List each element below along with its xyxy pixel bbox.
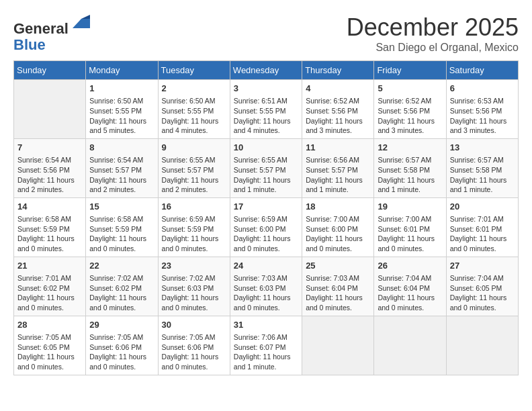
cell-info: Sunrise: 6:53 AMSunset: 5:56 PMDaylight:… <box>450 96 515 136</box>
calendar-cell: 20Sunrise: 7:01 AMSunset: 6:01 PMDayligh… <box>446 197 518 257</box>
cell-info: Sunrise: 6:57 AMSunset: 5:58 PMDaylight:… <box>378 155 442 195</box>
day-number: 8 <box>89 142 154 154</box>
calendar-cell: 21Sunrise: 7:01 AMSunset: 6:02 PMDayligh… <box>14 257 86 316</box>
cell-info: Sunrise: 6:52 AMSunset: 5:56 PMDaylight:… <box>378 96 442 136</box>
cell-info: Sunrise: 7:02 AMSunset: 6:03 PMDaylight:… <box>162 273 226 313</box>
cell-info: Sunrise: 6:55 AMSunset: 5:57 PMDaylight:… <box>162 155 226 195</box>
day-number: 3 <box>234 83 298 95</box>
day-number: 21 <box>17 260 82 272</box>
calendar-cell: 23Sunrise: 7:02 AMSunset: 6:03 PMDayligh… <box>158 257 230 316</box>
cell-info: Sunrise: 7:01 AMSunset: 6:02 PMDaylight:… <box>17 273 82 313</box>
cell-info: Sunrise: 7:05 AMSunset: 6:06 PMDaylight:… <box>162 332 226 372</box>
cell-info: Sunrise: 6:54 AMSunset: 5:57 PMDaylight:… <box>89 155 154 195</box>
cell-info: Sunrise: 6:50 AMSunset: 5:55 PMDaylight:… <box>162 96 226 136</box>
cell-info: Sunrise: 7:01 AMSunset: 6:01 PMDaylight:… <box>450 214 515 254</box>
day-number: 27 <box>450 260 515 272</box>
day-number: 15 <box>89 201 154 213</box>
day-number: 10 <box>234 142 298 154</box>
day-number: 5 <box>378 83 442 95</box>
day-number: 28 <box>17 319 82 331</box>
calendar-cell: 22Sunrise: 7:02 AMSunset: 6:02 PMDayligh… <box>86 257 158 316</box>
day-number: 14 <box>17 201 82 213</box>
calendar-cell: 5Sunrise: 6:52 AMSunset: 5:56 PMDaylight… <box>374 80 446 139</box>
cell-info: Sunrise: 6:51 AMSunset: 5:55 PMDaylight:… <box>234 96 298 136</box>
calendar-cell: 1Sunrise: 6:50 AMSunset: 5:55 PMDaylight… <box>86 80 158 139</box>
day-number: 19 <box>378 201 442 213</box>
cell-info: Sunrise: 6:57 AMSunset: 5:58 PMDaylight:… <box>450 155 515 195</box>
calendar-cell: 25Sunrise: 7:03 AMSunset: 6:04 PMDayligh… <box>302 257 374 316</box>
day-number: 25 <box>306 260 370 272</box>
day-number: 22 <box>89 260 154 272</box>
day-number: 12 <box>378 142 442 154</box>
calendar-cell: 9Sunrise: 6:55 AMSunset: 5:57 PMDaylight… <box>158 138 230 197</box>
calendar-cell: 17Sunrise: 6:59 AMSunset: 6:00 PMDayligh… <box>230 197 302 257</box>
cell-info: Sunrise: 6:58 AMSunset: 5:59 PMDaylight:… <box>89 214 154 254</box>
cell-info: Sunrise: 6:58 AMSunset: 5:59 PMDaylight:… <box>17 214 82 254</box>
day-number: 9 <box>162 142 226 154</box>
calendar-cell: 28Sunrise: 7:05 AMSunset: 6:05 PMDayligh… <box>14 316 86 375</box>
calendar-cell: 14Sunrise: 6:58 AMSunset: 5:59 PMDayligh… <box>14 197 86 257</box>
day-number: 11 <box>306 142 370 154</box>
day-number: 13 <box>450 142 515 154</box>
calendar-cell: 4Sunrise: 6:52 AMSunset: 5:56 PMDaylight… <box>302 80 374 139</box>
day-number: 2 <box>162 83 226 95</box>
calendar-cell <box>14 80 86 139</box>
calendar-cell: 8Sunrise: 6:54 AMSunset: 5:57 PMDaylight… <box>86 138 158 197</box>
calendar-cell: 12Sunrise: 6:57 AMSunset: 5:58 PMDayligh… <box>374 138 446 197</box>
cell-info: Sunrise: 6:52 AMSunset: 5:56 PMDaylight:… <box>306 96 370 136</box>
day-number: 1 <box>89 83 154 95</box>
title-block: December 2025 San Diego el Organal, Mexi… <box>347 13 519 54</box>
col-header-sunday: Sunday <box>14 61 86 80</box>
cell-info: Sunrise: 7:03 AMSunset: 6:04 PMDaylight:… <box>306 273 370 313</box>
day-number: 16 <box>162 201 226 213</box>
cell-info: Sunrise: 7:00 AMSunset: 6:01 PMDaylight:… <box>378 214 442 254</box>
col-header-wednesday: Wednesday <box>230 61 302 80</box>
cell-info: Sunrise: 7:04 AMSunset: 6:05 PMDaylight:… <box>450 273 515 313</box>
page-header: General Blue December 2025 San Diego el … <box>13 13 519 54</box>
calendar-cell: 10Sunrise: 6:55 AMSunset: 5:57 PMDayligh… <box>230 138 302 197</box>
header-row: SundayMondayTuesdayWednesdayThursdayFrid… <box>14 61 519 80</box>
week-row-0: 1Sunrise: 6:50 AMSunset: 5:55 PMDaylight… <box>14 80 519 139</box>
cell-info: Sunrise: 6:59 AMSunset: 6:00 PMDaylight:… <box>234 214 298 254</box>
cell-info: Sunrise: 6:54 AMSunset: 5:56 PMDaylight:… <box>17 155 82 195</box>
calendar-cell: 26Sunrise: 7:04 AMSunset: 6:04 PMDayligh… <box>374 257 446 316</box>
day-number: 6 <box>450 83 515 95</box>
cell-info: Sunrise: 7:02 AMSunset: 6:02 PMDaylight:… <box>89 273 154 313</box>
day-number: 4 <box>306 83 370 95</box>
week-row-2: 14Sunrise: 6:58 AMSunset: 5:59 PMDayligh… <box>14 197 519 257</box>
calendar-cell: 18Sunrise: 7:00 AMSunset: 6:00 PMDayligh… <box>302 197 374 257</box>
calendar-cell: 24Sunrise: 7:03 AMSunset: 6:03 PMDayligh… <box>230 257 302 316</box>
week-row-4: 28Sunrise: 7:05 AMSunset: 6:05 PMDayligh… <box>14 316 519 375</box>
calendar-cell <box>446 316 518 375</box>
day-number: 29 <box>89 319 154 331</box>
col-header-saturday: Saturday <box>446 61 518 80</box>
col-header-thursday: Thursday <box>302 61 374 80</box>
col-header-monday: Monday <box>86 61 158 80</box>
col-header-tuesday: Tuesday <box>158 61 230 80</box>
calendar-cell <box>302 316 374 375</box>
calendar-cell: 31Sunrise: 7:06 AMSunset: 6:07 PMDayligh… <box>230 316 302 375</box>
day-number: 31 <box>234 319 298 331</box>
calendar-cell: 16Sunrise: 6:59 AMSunset: 5:59 PMDayligh… <box>158 197 230 257</box>
cell-info: Sunrise: 6:56 AMSunset: 5:57 PMDaylight:… <box>306 155 370 195</box>
calendar-cell: 19Sunrise: 7:00 AMSunset: 6:01 PMDayligh… <box>374 197 446 257</box>
calendar-cell: 2Sunrise: 6:50 AMSunset: 5:55 PMDaylight… <box>158 80 230 139</box>
cell-info: Sunrise: 7:04 AMSunset: 6:04 PMDaylight:… <box>378 273 442 313</box>
cell-info: Sunrise: 7:03 AMSunset: 6:03 PMDaylight:… <box>234 273 298 313</box>
logo: General Blue <box>13 13 91 53</box>
cell-info: Sunrise: 7:05 AMSunset: 6:05 PMDaylight:… <box>17 332 82 372</box>
location: San Diego el Organal, Mexico <box>347 42 519 54</box>
day-number: 23 <box>162 260 226 272</box>
cell-info: Sunrise: 6:55 AMSunset: 5:57 PMDaylight:… <box>234 155 298 195</box>
cell-info: Sunrise: 6:50 AMSunset: 5:55 PMDaylight:… <box>89 96 154 136</box>
day-number: 30 <box>162 319 226 331</box>
svg-marker-0 <box>73 19 90 28</box>
day-number: 20 <box>450 201 515 213</box>
cell-info: Sunrise: 7:00 AMSunset: 6:00 PMDaylight:… <box>306 214 370 254</box>
month-title: December 2025 <box>347 13 519 42</box>
calendar-cell: 11Sunrise: 6:56 AMSunset: 5:57 PMDayligh… <box>302 138 374 197</box>
day-number: 7 <box>17 142 82 154</box>
day-number: 24 <box>234 260 298 272</box>
calendar-cell: 6Sunrise: 6:53 AMSunset: 5:56 PMDaylight… <box>446 80 518 139</box>
logo-general: General <box>13 20 69 37</box>
